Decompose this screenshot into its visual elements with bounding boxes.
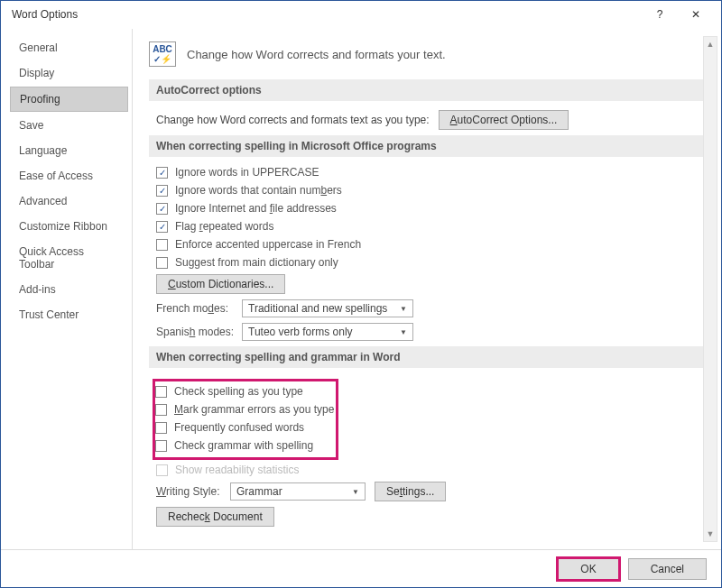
- label-check-spelling[interactable]: Check spelling as you type: [174, 385, 303, 398]
- label-ignore-numbers[interactable]: Ignore words that contain numbers: [175, 184, 342, 197]
- label-suggest-main[interactable]: Suggest from main dictionary only: [175, 256, 338, 269]
- section-spelling-office-header: When correcting spelling in Microsoft Of…: [149, 135, 703, 157]
- sidebar-item-quick-access-toolbar[interactable]: Quick Access Toolbar: [10, 240, 128, 276]
- page-heading: Change how Word corrects and formats you…: [187, 48, 446, 61]
- french-modes-dropdown[interactable]: Traditional and new spellings▼: [242, 299, 413, 317]
- checkbox-ignore-internet[interactable]: [156, 203, 168, 215]
- checkbox-check-spelling[interactable]: [155, 386, 167, 398]
- writing-style-label: Writing Style:: [156, 485, 230, 498]
- checkbox-enforce-french[interactable]: [156, 239, 168, 251]
- checkbox-grammar-with-spelling[interactable]: [155, 440, 167, 452]
- autocorrect-desc: Change how Word corrects and formats tex…: [156, 114, 430, 126]
- chevron-down-icon: ▼: [352, 488, 359, 496]
- content-panel: ABC✓⚡ Change how Word corrects and forma…: [133, 29, 721, 549]
- ok-button[interactable]: OK: [558, 558, 618, 580]
- autocorrect-row: Change how Word corrects and formats tex…: [149, 110, 703, 130]
- cancel-button[interactable]: Cancel: [628, 558, 707, 580]
- sidebar-item-advanced[interactable]: Advanced: [10, 189, 128, 213]
- autocorrect-options-button[interactable]: AutoCorrect Options...: [439, 110, 569, 130]
- chevron-down-icon: ▼: [400, 305, 407, 313]
- sidebar: General Display Proofing Save Language E…: [6, 29, 133, 549]
- sidebar-item-trust-center[interactable]: Trust Center: [10, 303, 128, 326]
- sidebar-item-proofing[interactable]: Proofing: [10, 87, 128, 112]
- sidebar-item-general[interactable]: General: [10, 36, 128, 60]
- label-freq-confused[interactable]: Frequently confused words: [174, 421, 304, 434]
- label-grammar-with-spelling[interactable]: Check grammar with spelling: [174, 439, 313, 452]
- french-modes-label: French modes:: [156, 302, 242, 315]
- checkbox-flag-repeated[interactable]: [156, 221, 168, 233]
- help-button[interactable]: ?: [642, 1, 678, 28]
- scroll-down-arrow[interactable]: ▼: [704, 527, 717, 541]
- sidebar-item-language[interactable]: Language: [10, 139, 128, 162]
- label-ignore-uppercase[interactable]: Ignore words in UPPERCASE: [175, 166, 319, 179]
- checkbox-suggest-main[interactable]: [156, 257, 168, 269]
- label-readability: Show readability statistics: [175, 464, 299, 476]
- titlebar: Word Options ? ✕: [1, 1, 721, 28]
- sidebar-item-save[interactable]: Save: [10, 114, 128, 137]
- recheck-document-button[interactable]: Recheck Document: [156, 507, 274, 527]
- checkbox-ignore-uppercase[interactable]: [156, 167, 168, 179]
- sidebar-item-display[interactable]: Display: [10, 61, 128, 85]
- sidebar-item-add-ins[interactable]: Add-ins: [10, 278, 128, 301]
- window-title: Word Options: [8, 8, 642, 21]
- dialog-footer: OK Cancel: [1, 549, 721, 587]
- dialog-body: General Display Proofing Save Language E…: [1, 28, 721, 549]
- section-autocorrect-header: AutoCorrect options: [149, 79, 703, 101]
- proofing-icon: ABC✓⚡: [149, 41, 176, 67]
- label-flag-repeated[interactable]: Flag repeated words: [175, 220, 273, 233]
- sidebar-item-ease-of-access[interactable]: Ease of Access: [10, 164, 128, 188]
- close-button[interactable]: ✕: [678, 1, 714, 28]
- writing-style-dropdown[interactable]: Grammar▼: [230, 482, 366, 501]
- checkbox-readability: [156, 464, 168, 476]
- label-mark-grammar[interactable]: Mark grammar errors as you type: [174, 403, 334, 416]
- label-ignore-internet[interactable]: Ignore Internet and file addresses: [175, 202, 337, 215]
- checkbox-mark-grammar[interactable]: [155, 404, 167, 416]
- chevron-down-icon: ▼: [400, 328, 407, 336]
- highlighted-options-box: Check spelling as you type Mark grammar …: [153, 379, 338, 460]
- sidebar-item-customize-ribbon[interactable]: Customize Ribbon: [10, 215, 128, 238]
- page-heading-row: ABC✓⚡ Change how Word corrects and forma…: [149, 41, 703, 67]
- checkbox-freq-confused[interactable]: [155, 422, 167, 434]
- scroll-up-arrow[interactable]: ▲: [704, 37, 717, 51]
- settings-button[interactable]: Settings...: [375, 482, 446, 501]
- word-options-dialog: Word Options ? ✕ General Display Proofin…: [0, 0, 722, 588]
- spanish-modes-label: Spanish modes:: [156, 326, 242, 338]
- label-enforce-french[interactable]: Enforce accented uppercase in French: [175, 238, 361, 251]
- checkbox-ignore-numbers[interactable]: [156, 185, 168, 197]
- spanish-modes-dropdown[interactable]: Tuteo verb forms only▼: [242, 323, 413, 341]
- vertical-scrollbar[interactable]: ▲ ▼: [703, 36, 717, 542]
- section-spelling-word-header: When correcting spelling and grammar in …: [149, 346, 703, 368]
- custom-dictionaries-button[interactable]: Custom Dictionaries...: [156, 274, 285, 294]
